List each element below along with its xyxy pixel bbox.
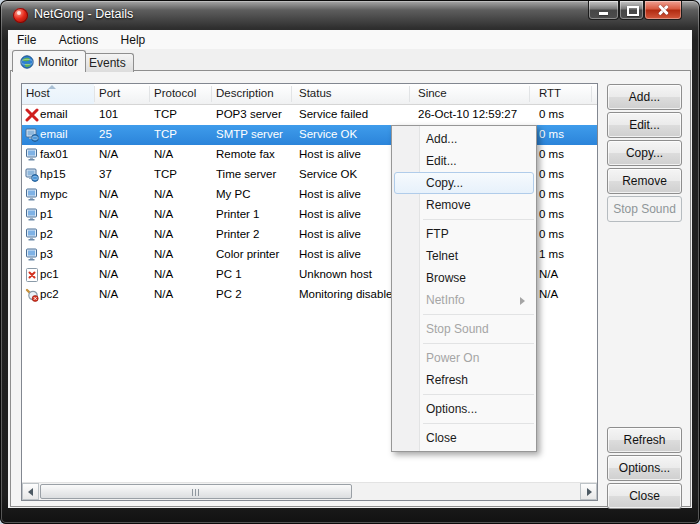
cell-since: 26-Oct-10 12:59:27 <box>418 108 517 120</box>
copy-button[interactable]: Copy... <box>607 140 682 166</box>
add-button[interactable]: Add... <box>607 84 682 110</box>
host-alive-icon <box>25 248 39 262</box>
column-separator[interactable] <box>211 86 212 102</box>
cell-status: Host is alive <box>299 248 361 260</box>
column-header-status[interactable]: Status <box>299 87 332 99</box>
column-separator[interactable] <box>529 86 530 102</box>
column-header-host[interactable]: Host <box>26 87 50 99</box>
menu-file[interactable]: File <box>8 31 45 50</box>
options-button[interactable]: Options... <box>607 455 682 481</box>
context-menu-item-stop-sound: Stop Sound <box>394 318 534 340</box>
window-title: NetGong - Details <box>34 7 133 21</box>
table-header: Host Port Protocol Description Status Si… <box>22 84 597 105</box>
submenu-arrow-icon <box>520 297 525 305</box>
cell-protocol: N/A <box>154 288 173 300</box>
host-alive-icon <box>25 208 39 222</box>
menu-help[interactable]: Help <box>112 31 155 50</box>
menu-separator <box>423 219 534 220</box>
menu-separator <box>423 423 534 424</box>
edit-button[interactable]: Edit... <box>607 112 682 138</box>
cell-description: PC 2 <box>216 288 242 300</box>
minimize-button[interactable] <box>588 1 619 20</box>
cell-port: 37 <box>99 168 112 180</box>
column-header-since[interactable]: Since <box>418 87 447 99</box>
scroll-left-icon <box>28 488 33 496</box>
cell-protocol: N/A <box>154 268 173 280</box>
context-menu-item-telnet[interactable]: Telnet <box>394 245 534 267</box>
cell-description: Remote fax <box>216 148 275 160</box>
maximize-button[interactable] <box>619 1 644 20</box>
cell-port: N/A <box>99 268 118 280</box>
cell-status: Host is alive <box>299 208 361 220</box>
host-alive-icon <box>25 228 39 242</box>
context-menu-item-ftp[interactable]: FTP <box>394 223 534 245</box>
column-header-description[interactable]: Description <box>216 87 274 99</box>
context-menu-item-options[interactable]: Options... <box>394 398 534 420</box>
scrollbar-thumb[interactable] <box>40 484 352 499</box>
cell-description: SMTP server <box>216 128 283 140</box>
cell-port: N/A <box>99 148 118 160</box>
column-separator[interactable] <box>409 86 410 102</box>
host-alive-icon <box>25 148 39 162</box>
context-menu-item-edit[interactable]: Edit... <box>394 150 534 172</box>
cell-host: hp15 <box>40 168 66 180</box>
column-header-rtt[interactable]: RTT <box>539 87 561 99</box>
menu-actions[interactable]: Actions <box>50 31 107 50</box>
cell-protocol: N/A <box>154 188 173 200</box>
host-alive-icon <box>25 188 39 202</box>
table-row[interactable]: email 101 TCP POP3 server Service failed… <box>22 105 597 125</box>
column-header-protocol[interactable]: Protocol <box>154 87 196 99</box>
cell-port: N/A <box>99 208 118 220</box>
context-menu-item-copy[interactable]: Copy... <box>394 172 534 194</box>
context-menu-item-close[interactable]: Close <box>394 427 534 449</box>
cell-host: p3 <box>40 248 53 260</box>
cell-description: Printer 1 <box>216 208 259 220</box>
tab-monitor[interactable]: Monitor <box>12 50 86 72</box>
close-button[interactable] <box>644 1 682 20</box>
minimize-icon <box>599 12 608 15</box>
column-separator[interactable] <box>291 86 292 102</box>
screenshot-stage: NetGong - Details File Actions Help Even… <box>0 0 700 524</box>
cell-host: email <box>40 108 67 120</box>
remove-button[interactable]: Remove <box>607 168 682 194</box>
column-separator[interactable] <box>94 86 95 102</box>
scroll-left-button[interactable] <box>22 483 39 500</box>
context-menu-item-add[interactable]: Add... <box>394 128 534 150</box>
maximize-icon <box>627 6 639 16</box>
cell-rtt: 0 ms <box>539 108 564 120</box>
horizontal-scrollbar[interactable] <box>22 482 597 500</box>
context-menu-item-remove[interactable]: Remove <box>394 194 534 216</box>
cell-host: pc1 <box>40 268 59 280</box>
cell-rtt: 1 ms <box>539 248 564 260</box>
column-separator[interactable] <box>591 86 592 102</box>
app-window: NetGong - Details File Actions Help Even… <box>0 0 700 524</box>
cell-status: Service failed <box>299 108 368 120</box>
scroll-right-button[interactable] <box>580 483 597 500</box>
netgong-app-icon <box>13 8 28 23</box>
menu-separator <box>423 314 534 315</box>
column-separator[interactable] <box>149 86 150 102</box>
close-dialog-button[interactable]: Close <box>607 483 682 509</box>
cell-protocol: N/A <box>154 228 173 240</box>
cell-host: mypc <box>40 188 67 200</box>
cell-rtt: 0 ms <box>539 148 564 160</box>
context-menu: Add... Edit... Copy... Remove FTP Telnet… <box>391 125 537 452</box>
refresh-button[interactable]: Refresh <box>607 427 682 453</box>
context-menu-item-browse[interactable]: Browse <box>394 267 534 289</box>
cell-rtt: 0 ms <box>539 208 564 220</box>
cell-rtt: 0 ms <box>539 228 564 240</box>
scrollbar-grip-icon <box>192 489 200 496</box>
cell-protocol: TCP <box>154 168 177 180</box>
cell-port: 101 <box>99 108 118 120</box>
cell-status: Host is alive <box>299 188 361 200</box>
cell-protocol: N/A <box>154 248 173 260</box>
menu-separator <box>423 343 534 344</box>
title-bar[interactable]: NetGong - Details <box>0 0 700 30</box>
cell-status: Unknown host <box>299 268 372 280</box>
cell-status: Host is alive <box>299 228 361 240</box>
cell-rtt: N/A <box>539 288 558 300</box>
cell-description: Time server <box>216 168 276 180</box>
service-ok-icon <box>25 128 39 142</box>
context-menu-item-refresh[interactable]: Refresh <box>394 369 534 391</box>
column-header-port[interactable]: Port <box>99 87 120 99</box>
